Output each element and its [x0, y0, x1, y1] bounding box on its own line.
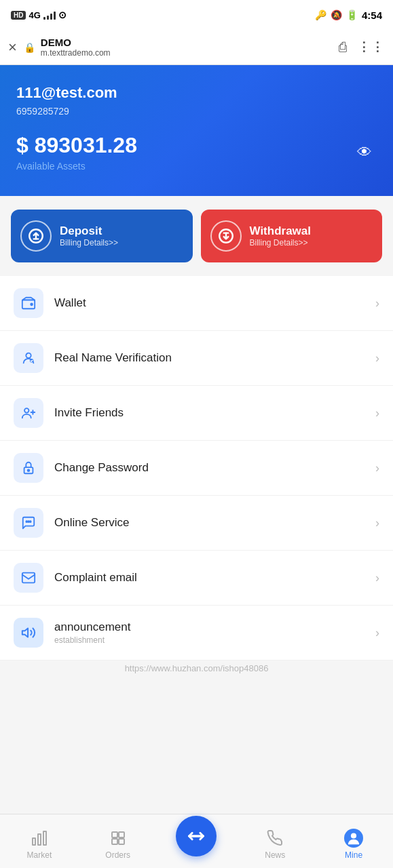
complaint-label: Complaint email	[54, 571, 375, 585]
announcement-icon	[14, 618, 43, 648]
svg-marker-13	[22, 629, 28, 637]
svg-point-8	[28, 469, 30, 471]
svg-rect-18	[119, 832, 124, 837]
menu-item-password[interactable]: Change Password ›	[0, 441, 393, 496]
close-button[interactable]: ×	[8, 39, 17, 56]
svg-rect-12	[22, 573, 35, 583]
center-button-wrap	[157, 827, 236, 856]
realname-chevron: ›	[375, 351, 379, 366]
announcement-title: announcement	[54, 620, 375, 634]
status-right: 🔑 🔕 🔋 4:54	[315, 9, 382, 21]
browser-title: DEMO	[41, 37, 111, 48]
menu-item-complaint[interactable]: Complaint email ›	[0, 551, 393, 606]
invite-icon	[14, 398, 43, 428]
password-label: Change Password	[54, 461, 375, 475]
nav-orders[interactable]: Orders	[79, 823, 157, 860]
menu-item-realname[interactable]: Real Name Verification ›	[0, 331, 393, 386]
wallet-icon	[14, 288, 43, 318]
svg-rect-14	[33, 838, 35, 845]
svg-point-11	[30, 521, 31, 522]
svg-point-4	[26, 353, 31, 358]
svg-rect-17	[112, 832, 117, 837]
withdrawal-title: Withdrawal	[250, 224, 312, 238]
svg-point-9	[26, 521, 27, 522]
signal-text: 4G	[29, 10, 40, 20]
service-chevron: ›	[375, 516, 379, 530]
key-icon: 🔑	[315, 9, 326, 20]
action-buttons: Deposit Billing Details>> Withdrawal Bil…	[0, 196, 393, 276]
complaint-chevron: ›	[375, 571, 379, 585]
status-bar: HD 4G ⊙ 🔑 🔕 🔋 4:54	[0, 0, 393, 30]
withdrawal-icon	[210, 220, 242, 252]
status-left: HD 4G ⊙	[11, 9, 67, 20]
menu-item-invite[interactable]: Invite Friends ›	[0, 386, 393, 441]
url-content: DEMO m.texttrademo.com	[41, 37, 111, 58]
service-icon	[14, 508, 43, 538]
wallet-label: Wallet	[54, 296, 375, 310]
browser-actions: ⎙ ⋮⋮	[339, 39, 385, 55]
signal-icon	[43, 10, 56, 20]
bottom-spacer	[0, 676, 393, 737]
toggle-balance-button[interactable]: 👁	[352, 140, 377, 165]
invite-label: Invite Friends	[54, 406, 375, 420]
news-label: News	[265, 850, 285, 860]
mine-icon	[344, 829, 363, 848]
realname-icon	[14, 343, 43, 373]
url-bar: 🔒 DEMO m.texttrademo.com	[24, 37, 332, 58]
bell-mute-icon: 🔕	[331, 9, 342, 20]
deposit-subtitle: Billing Details>>	[60, 238, 118, 248]
trade-button[interactable]	[176, 816, 217, 856]
announcement-chevron: ›	[375, 626, 379, 640]
svg-point-22	[351, 833, 356, 838]
complaint-icon	[14, 563, 43, 593]
nav-mine[interactable]: Mine	[314, 823, 393, 860]
deposit-title: Deposit	[60, 224, 102, 238]
menu-item-wallet[interactable]: Wallet ›	[0, 276, 393, 331]
market-icon	[30, 829, 49, 848]
balance-row: $ 893031.28 Available Assets 👁	[16, 133, 377, 172]
balance-amount: $ 893031.28	[16, 133, 137, 158]
balance-label: Available Assets	[16, 161, 137, 172]
withdrawal-button[interactable]: Withdrawal Billing Details>>	[201, 210, 383, 262]
svg-rect-19	[112, 839, 117, 844]
bottom-nav: Market Orders News	[0, 814, 393, 868]
deposit-text: Deposit Billing Details>>	[60, 224, 118, 248]
nav-news[interactable]: News	[236, 823, 314, 860]
orders-label: Orders	[105, 850, 130, 860]
menu-item-service[interactable]: Online Service ›	[0, 496, 393, 551]
menu-button[interactable]: ⋮⋮	[358, 39, 385, 55]
password-chevron: ›	[375, 461, 379, 475]
share-button[interactable]: ⎙	[339, 39, 347, 55]
svg-rect-16	[43, 831, 46, 845]
svg-point-10	[28, 521, 29, 522]
account-banner: 111@test.com 6959285729 $ 893031.28 Avai…	[0, 65, 393, 196]
invite-chevron: ›	[375, 406, 379, 420]
clock: 4:54	[362, 9, 382, 21]
hd-badge: HD	[11, 11, 26, 20]
svg-point-3	[31, 303, 33, 305]
news-icon	[265, 829, 284, 848]
menu-item-announcement[interactable]: announcement establishment ›	[0, 606, 393, 660]
realname-label: Real Name Verification	[54, 351, 375, 365]
deposit-button[interactable]: Deposit Billing Details>>	[11, 210, 193, 262]
withdrawal-text: Withdrawal Billing Details>>	[250, 224, 312, 248]
account-phone: 6959285729	[16, 106, 377, 117]
browser-chrome: × 🔒 DEMO m.texttrademo.com ⎙ ⋮⋮	[0, 30, 393, 65]
menu-list: Wallet › Real Name Verification › Invite…	[0, 276, 393, 660]
browser-domain: m.texttrademo.com	[41, 48, 111, 58]
password-icon	[14, 453, 43, 483]
mine-label: Mine	[345, 850, 362, 860]
announcement-text: announcement establishment	[54, 620, 375, 645]
svg-rect-15	[38, 834, 41, 845]
withdrawal-subtitle: Billing Details>>	[250, 238, 308, 248]
wallet-chevron: ›	[375, 296, 379, 311]
lock-icon: 🔒	[24, 42, 35, 53]
nav-market[interactable]: Market	[0, 823, 79, 860]
svg-rect-20	[119, 839, 124, 844]
orders-icon	[109, 829, 128, 848]
balance-section: $ 893031.28 Available Assets	[16, 133, 137, 172]
announcement-sub: establishment	[54, 635, 375, 645]
watermark: https://www.huzhan.com/ishop48086	[0, 660, 393, 676]
battery-icon: 🔋	[346, 9, 358, 20]
deposit-icon	[20, 220, 52, 252]
